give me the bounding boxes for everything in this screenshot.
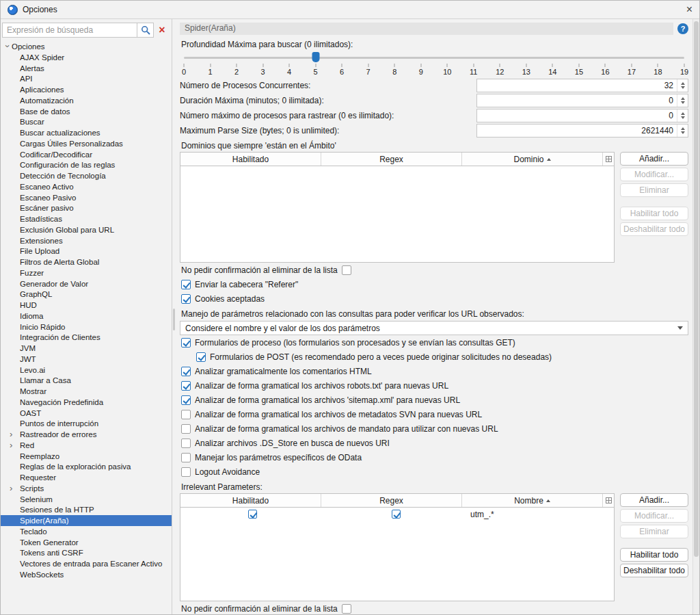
search-icon[interactable] [137,23,154,38]
modificar-button[interactable]: Modificar... [620,168,688,181]
row-checkbox[interactable] [248,510,257,519]
sidebar-item-integraci-n-de-clientes[interactable]: Integración de Clientes [1,332,172,343]
spinner-field[interactable]: 0 [476,94,688,107]
spinner-up-icon[interactable] [681,112,685,115]
search-input[interactable] [2,23,137,38]
close-button[interactable]: × [686,4,692,15]
confirm-delete-checkbox-2[interactable] [342,604,351,614]
spinner-up-icon[interactable] [681,97,685,100]
sidebar-splitter[interactable] [172,19,176,614]
sidebar-item-filtros-de-alerta-global[interactable]: Filtros de Alerta Global [1,257,172,267]
analizar-de-forma-gramatical-los-archivo-checkbox[interactable] [181,381,191,391]
sidebar-item-escaneo-pasivo[interactable]: Escaneo Pasivo [1,192,172,203]
clear-search-icon[interactable]: × [154,25,170,36]
vertical-scrollbar[interactable] [692,19,699,614]
sidebar-item-reglas-de-la-exploraci-n-pasiva[interactable]: Reglas de la exploración pasiva [1,462,172,473]
sidebar-item-hud[interactable]: HUD [1,300,172,311]
sidebar-item-selenium[interactable]: Selenium [1,494,172,505]
sidebar-item-extensiones[interactable]: Extensiones [1,235,172,246]
sidebar-item-oast[interactable]: OAST [1,408,172,419]
habilitar-todo-button[interactable]: Habilitar todo [620,207,688,220]
sidebar-item-codificar-decodificar[interactable]: Codificar/Decodificar [1,149,172,160]
manejar-los-par-metros-espec-ficos-de-od-checkbox[interactable] [181,453,191,462]
sidebar-item-graphql[interactable]: GraphQL [1,289,172,300]
sidebar-item-configuraci-n-de-las-reglas[interactable]: Configuración de las reglas [1,160,172,171]
spinner-up-icon[interactable] [681,127,685,130]
spinner-down-icon[interactable] [681,86,685,89]
sidebar-item-jvm[interactable]: JVM [1,343,172,354]
chevron-expanded-icon[interactable]: › [3,42,13,51]
sidebar-item-puntos-de-interrupci-n[interactable]: Puntos de interrupción [1,419,172,430]
sidebar-item-reemplazo[interactable]: Reemplazo [1,451,172,462]
spinner-down-icon[interactable] [681,131,685,134]
sidebar-item-buscar-actualizaciones[interactable]: Buscar actualizaciones [1,127,172,138]
analizar-archivos-ds-store-en-busca-de-n-checkbox[interactable] [181,439,191,448]
sidebar-item-rastreador-de-errores[interactable]: ›Rastreador de errores [1,429,172,440]
sidebar-item-teclado[interactable]: Teclado [1,526,172,537]
sidebar-item-spider-ara-a[interactable]: Spider(Araña) [1,515,172,526]
logout-avoidance-checkbox[interactable] [181,467,191,477]
spinner-up-icon[interactable] [681,82,685,85]
chevron-collapsed-icon[interactable]: › [10,442,12,449]
help-icon[interactable]: ? [677,23,688,34]
sidebar-item-tokens-anti-csrf[interactable]: Tokens anti CSRF [1,548,172,559]
chevron-collapsed-icon[interactable]: › [10,485,12,492]
eliminar-button[interactable]: Eliminar [620,525,688,538]
sidebar-item-idioma[interactable]: Idioma [1,311,172,322]
modificar-button[interactable]: Modificar... [620,509,688,523]
enviar-la-cabecera-referer-checkbox[interactable] [181,280,191,289]
analizar-gramaticalmente-los-comentarios-checkbox[interactable] [181,367,191,376]
sidebar-item-automatizaci-n[interactable]: Automatización [1,95,172,106]
sidebar-item-sesiones-de-la-http[interactable]: Sesiones de la HTTP [1,505,172,516]
sidebar-item-base-de-datos[interactable]: Base de datos [1,106,172,117]
spinner-down-icon[interactable] [681,116,685,119]
formularios-de-post-es-recomendado-pero--checkbox[interactable] [196,352,206,362]
analizar-de-forma-gramatical-los-archivo-checkbox[interactable] [181,395,191,405]
sidebar-item-scripts[interactable]: ›Scripts [1,483,172,494]
sidebar-item-requester[interactable]: Requester [1,472,172,483]
slider-track[interactable] [184,57,684,59]
column-header-regex[interactable]: Regex [321,153,462,166]
sidebar-item-inicio-r-pido[interactable]: Inicio Rápido [1,322,172,332]
spinner-down-icon[interactable] [681,101,685,104]
depth-slider[interactable]: 012345678910111213141516171819 [184,51,684,77]
spinner-field[interactable]: 0 [476,109,688,122]
sidebar-item-vectores-de-entrada-para-escaner-activo[interactable]: Vectores de entrada para Escaner Activo [1,558,172,569]
eliminar-button[interactable]: Eliminar [620,183,688,197]
habilitar-todo-button[interactable]: Habilitar todo [620,548,688,562]
sidebar-item-generador-de-valor[interactable]: Generador de Valor [1,278,172,289]
column-header-habilitado[interactable]: Habilitado [180,153,321,166]
spinner-field[interactable]: 32 [476,79,688,92]
sidebar-item-alertas[interactable]: Alertas [1,63,172,74]
spinner-arrows[interactable] [677,94,688,107]
tree-root-opciones[interactable]: › Opciones [1,40,172,52]
sidebar-item-llamar-a-casa[interactable]: Llamar a Casa [1,376,172,387]
confirm-delete-checkbox[interactable] [342,265,351,275]
sidebar-item-escaneo-activo[interactable]: Escaneo Activo [1,181,172,192]
table-row[interactable]: utm_.* [180,508,614,521]
spinner-arrows[interactable] [677,79,688,92]
splitter-grip[interactable] [173,309,175,330]
column-header-nombre[interactable]: Nombre [462,494,603,507]
sidebar-item-mostrar[interactable]: Mostrar [1,386,172,397]
row-checkbox[interactable] [392,510,401,519]
sidebar-item-navegaci-n-predefinida[interactable]: Navegación Predefinida [1,397,172,408]
sidebar-item-token-generator[interactable]: Token Generator [1,537,172,548]
sidebar-item-buscar[interactable]: Buscar [1,117,172,128]
a-adir-button[interactable]: Añadir... [620,152,688,166]
sidebar-item-fuzzer[interactable]: Fuzzer [1,267,172,278]
sidebar-item-esc-ner-pasivo[interactable]: Escáner pasivo [1,203,172,214]
param-handling-select[interactable]: Considere el nombre y el valor de los do… [180,321,688,335]
table-options-button[interactable] [603,494,614,507]
sidebar-item-cargas-tiles-personalizadas[interactable]: Cargas Útiles Personalizadas [1,138,172,149]
chevron-collapsed-icon[interactable]: › [10,431,12,438]
spinner-field[interactable]: 2621440 [476,124,688,138]
scrollbar-thumb[interactable] [694,21,699,557]
deshabilitar-todo-button[interactable]: Deshabilitar todo [620,564,688,577]
sidebar-item-levo-ai[interactable]: Levo.ai [1,365,172,376]
sidebar-item-jwt[interactable]: JWT [1,354,172,365]
sidebar-item-api[interactable]: API [1,74,172,85]
formularios-de-proceso-los-formularios-s-checkbox[interactable] [181,338,191,348]
sidebar-item-exclusi-n-global-para-url[interactable]: Exclusión Global para URL [1,224,172,235]
column-header-regex[interactable]: Regex [321,494,462,507]
